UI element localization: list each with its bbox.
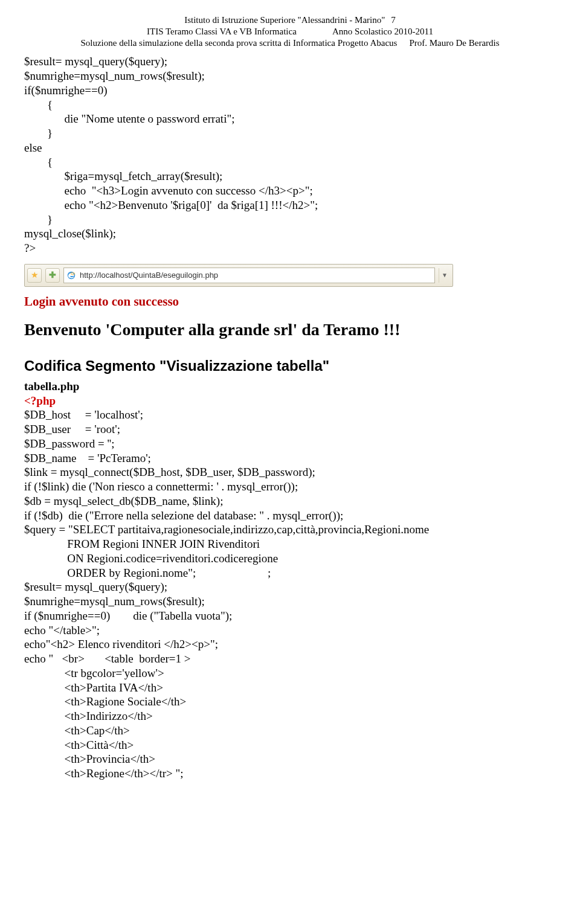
section-title: Codifica Segmento "Visualizzazione tabel…	[24, 358, 556, 374]
url-dropdown[interactable]: ▼	[439, 268, 450, 283]
url-text: http://localhost/QuintaB/eseguilogin.php	[80, 271, 218, 280]
login-success-heading: Login avvenuto con successo	[24, 294, 556, 309]
address-bar: ★ ✚ http://localhost/QuintaB/eseguilogin…	[24, 264, 453, 287]
header-institute: Istituto di Istruzione Superiore "Alessa…	[184, 15, 385, 25]
star-icon: ★	[31, 270, 39, 280]
header-line1: Istituto di Istruzione Superiore "Alessa…	[24, 14, 556, 26]
php-open-tag: <?php	[24, 394, 56, 407]
header-line2: ITIS Teramo Classi VA e VB Informatica A…	[24, 26, 556, 37]
code-block-1: $result= mysql_query($query); $numrighe=…	[24, 54, 556, 255]
code-body-2: $DB_host = 'localhost'; $DB_user = 'root…	[24, 408, 429, 780]
url-field[interactable]: http://localhost/QuintaB/eseguilogin.php	[63, 268, 435, 283]
welcome-heading: Benvenuto 'Computer alla grande srl' da …	[24, 320, 556, 339]
browser-screenshot: ★ ✚ http://localhost/QuintaB/eseguilogin…	[24, 264, 556, 339]
header-prof: Prof. Mauro De Berardis	[397, 38, 499, 48]
filename: tabella.php	[24, 380, 79, 393]
header-year: Anno Scolastico 2010-2011	[332, 27, 433, 36]
page-number: 7	[385, 15, 396, 25]
code-block-2: tabella.php <?php $DB_host = 'localhost'…	[24, 379, 556, 781]
plus-icon: ✚	[49, 270, 56, 280]
header-line3: Soluzione della simulazione della second…	[24, 37, 556, 49]
header-topic: Soluzione della simulazione della second…	[80, 38, 397, 48]
page: Istituto di Istruzione Superiore "Alessa…	[0, 0, 580, 805]
chevron-down-icon: ▼	[442, 272, 448, 278]
add-button[interactable]: ✚	[45, 268, 60, 283]
page-header: Istituto di Istruzione Superiore "Alessa…	[24, 14, 556, 48]
favorites-button[interactable]: ★	[27, 268, 42, 283]
header-class: ITIS Teramo Classi VA e VB Informatica	[147, 27, 297, 36]
ie-icon	[66, 271, 76, 280]
